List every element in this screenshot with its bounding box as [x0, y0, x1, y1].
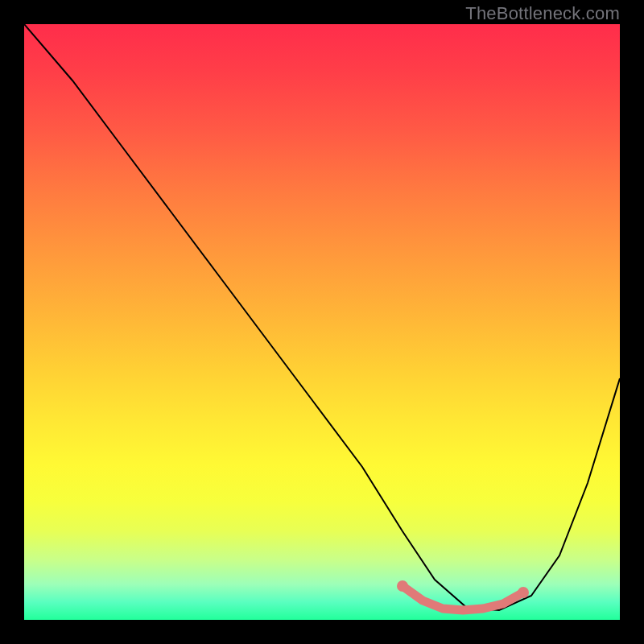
chart-frame: TheBottleneck.com [0, 0, 644, 644]
line-main-curve [24, 24, 620, 610]
plot-area [24, 24, 620, 620]
chart-svg [24, 24, 620, 620]
trough-dot-right [518, 587, 529, 598]
line-trough-highlight [402, 586, 523, 610]
trough-dot-left [397, 580, 408, 592]
watermark-text: TheBottleneck.com [465, 3, 620, 24]
